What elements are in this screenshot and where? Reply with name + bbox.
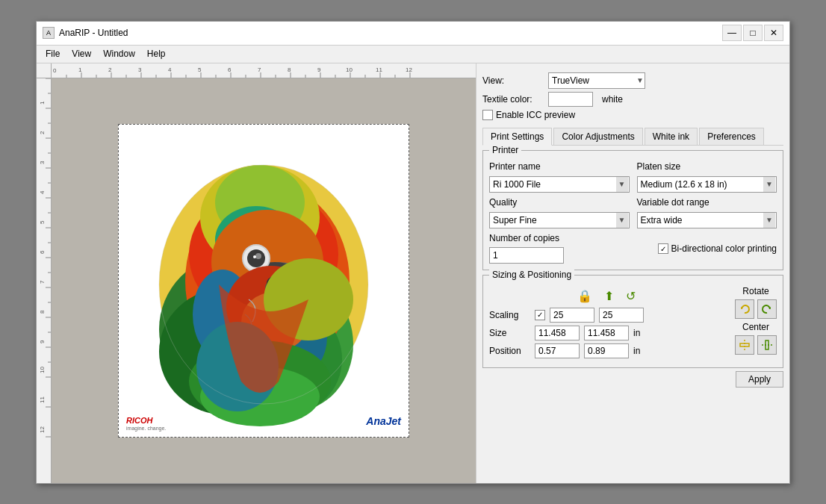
sizing-icons-row: 🔒 ⬆ ↺ xyxy=(489,286,723,303)
sizing-main-row: 🔒 ⬆ ↺ Scaling ✓ xyxy=(489,286,777,361)
printer-name-label: Printer name xyxy=(489,161,630,172)
apply-button[interactable]: Apply xyxy=(736,371,783,388)
center-h-button[interactable] xyxy=(735,335,754,355)
platen-size-wrapper: Medium (12.6 x 18 in) Small Large ▼ xyxy=(637,176,777,193)
sizing-fields: 🔒 ⬆ ↺ Scaling ✓ xyxy=(489,286,723,361)
copies-input[interactable] xyxy=(489,247,564,264)
variable-dot-label: Variable dot range xyxy=(637,197,777,208)
scaling-label: Scaling xyxy=(489,310,530,320)
canvas-content[interactable]: RICOH imagine. change. AnaJet xyxy=(52,78,476,483)
view-select[interactable]: TrueView Preview xyxy=(548,72,645,89)
platen-size-label: Platen size xyxy=(637,161,777,172)
svg-text:12: 12 xyxy=(406,66,412,73)
svg-text:1: 1 xyxy=(39,101,46,105)
rotate-cw-button[interactable] xyxy=(757,299,777,319)
rotate-center-section: Rotate xyxy=(735,286,777,355)
bidir-row: ✓ Bi-directional color printing xyxy=(658,243,777,254)
copies-row: Number of copies ✓ Bi-directional color … xyxy=(489,233,777,264)
size-label: Size xyxy=(489,328,530,338)
svg-text:3: 3 xyxy=(138,66,142,73)
svg-text:2: 2 xyxy=(39,131,46,134)
ruler-left-svg: 1 2 3 4 5 6 7 8 9 xyxy=(37,78,51,483)
ruler-left: 1 2 3 4 5 6 7 8 9 xyxy=(37,78,52,483)
tab-white-ink[interactable]: White ink xyxy=(645,128,698,145)
menu-window[interactable]: Window xyxy=(97,47,141,61)
svg-text:4: 4 xyxy=(168,66,172,73)
quality-label: Quality xyxy=(489,197,630,208)
sizing-group: Sizing & Positioning 🔒 ⬆ ↺ xyxy=(482,275,783,368)
size-x-input[interactable] xyxy=(535,326,580,340)
center-v-button[interactable] xyxy=(757,335,777,355)
position-label: Position xyxy=(489,346,530,356)
svg-text:8: 8 xyxy=(39,310,46,314)
size-unit: in xyxy=(633,328,640,338)
lock-icon[interactable]: 🔒 xyxy=(577,289,592,303)
svg-text:11: 11 xyxy=(376,66,382,73)
fit-icon[interactable]: ⬆ xyxy=(604,289,614,303)
quality-row: Quality Super Fine Fine Standard ▼ xyxy=(489,197,777,228)
rotate-cw-icon xyxy=(761,303,773,315)
view-dropdown-wrapper: TrueView Preview ▼ xyxy=(548,72,645,89)
brand-ricoh: RICOH imagine. change. xyxy=(126,415,166,431)
printer-name-select[interactable]: Ri 1000 File xyxy=(489,176,630,193)
image-frame[interactable]: RICOH imagine. change. AnaJet xyxy=(118,124,409,438)
platen-size-select[interactable]: Medium (12.6 x 18 in) Small Large xyxy=(637,176,777,193)
icc-checkbox[interactable] xyxy=(482,110,493,120)
svg-text:6: 6 xyxy=(39,250,46,254)
printer-group: Printer Printer name Ri 1000 File ▼ xyxy=(482,150,783,270)
apply-row: Apply xyxy=(482,371,783,388)
ruler-top-svg: 0 1 2 3 4 5 6 7 8 xyxy=(52,63,476,78)
textile-color-swatch[interactable] xyxy=(548,92,593,107)
title-bar-left: A AnaRIP - Untitled xyxy=(43,27,128,39)
bidir-checkbox[interactable]: ✓ xyxy=(658,243,668,254)
tab-color-adjustments[interactable]: Color Adjustments xyxy=(553,128,642,145)
svg-text:4: 4 xyxy=(39,190,46,194)
variable-dot-col: Variable dot range Extra wide Wide Stand… xyxy=(637,197,777,228)
svg-text:2: 2 xyxy=(108,66,112,73)
quality-select[interactable]: Super Fine Fine Standard xyxy=(489,212,630,228)
scaling-y-input[interactable] xyxy=(599,308,644,323)
textile-color-text: white xyxy=(602,94,623,105)
printer-name-col: Printer name Ri 1000 File ▼ xyxy=(489,161,630,193)
rotate-ccw-button[interactable] xyxy=(735,299,754,319)
svg-text:7: 7 xyxy=(39,280,46,284)
menu-file[interactable]: File xyxy=(40,47,66,61)
reset-icon[interactable]: ↺ xyxy=(626,289,636,303)
svg-text:11: 11 xyxy=(39,396,46,402)
print-settings-panel: Printer Printer name Ri 1000 File ▼ xyxy=(482,150,783,477)
menu-bar: File View Window Help xyxy=(37,46,789,63)
size-row: Size in xyxy=(489,326,723,340)
svg-text:5: 5 xyxy=(198,66,202,73)
printer-name-wrapper: Ri 1000 File ▼ xyxy=(489,176,630,193)
scaling-x-input[interactable] xyxy=(550,308,594,323)
view-section: View: TrueView Preview ▼ Textile color: … xyxy=(482,69,783,123)
tab-print-settings[interactable]: Print Settings xyxy=(482,128,552,146)
scaling-row: Scaling ✓ xyxy=(489,308,723,323)
close-button[interactable]: ✕ xyxy=(764,25,783,41)
minimize-button[interactable]: — xyxy=(722,25,742,41)
platen-size-col: Platen size Medium (12.6 x 18 in) Small … xyxy=(637,161,777,193)
tab-preferences[interactable]: Preferences xyxy=(699,128,764,145)
scaling-lock-checkbox[interactable]: ✓ xyxy=(535,310,545,320)
position-x-input[interactable] xyxy=(535,343,580,358)
size-y-input[interactable] xyxy=(584,326,629,340)
position-y-input[interactable] xyxy=(584,343,629,358)
maximize-button[interactable]: □ xyxy=(743,25,763,41)
menu-help[interactable]: Help xyxy=(141,47,172,61)
svg-text:8: 8 xyxy=(288,66,291,73)
variable-dot-select[interactable]: Extra wide Wide Standard xyxy=(637,212,777,228)
svg-point-87 xyxy=(253,255,256,258)
parrot-image xyxy=(129,135,398,426)
ruler-corner xyxy=(37,63,52,78)
copies-col: Number of copies xyxy=(489,233,564,264)
view-label: View: xyxy=(482,75,542,86)
tabs-section: Print Settings Color Adjustments White i… xyxy=(482,128,783,146)
brand-area: RICOH imagine. change. AnaJet xyxy=(119,415,409,431)
rotate-ccw-icon xyxy=(739,303,751,315)
svg-text:9: 9 xyxy=(317,66,321,73)
menu-view[interactable]: View xyxy=(66,47,97,61)
svg-text:9: 9 xyxy=(39,340,46,343)
svg-point-85 xyxy=(247,249,265,267)
position-unit: in xyxy=(633,346,640,356)
rotate-buttons xyxy=(735,299,777,319)
